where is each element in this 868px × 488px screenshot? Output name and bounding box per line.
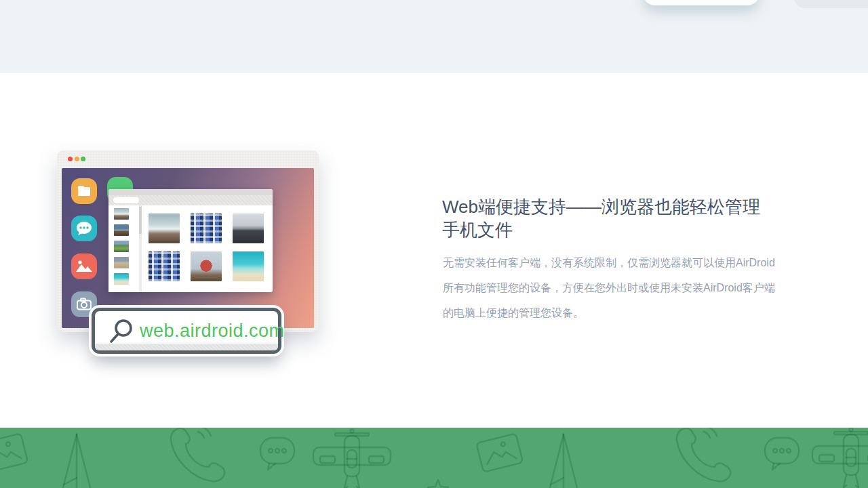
photo-dark-beach [233,214,264,243]
feature-body-line3: 的电脑上便捷的管理您设备。 [443,300,775,325]
thumbnail-sidebar [108,205,139,292]
url-search-bar: web.airdroid.com [92,308,281,354]
scrollbar[interactable] [139,205,142,292]
airplane-icon [811,428,868,488]
photo-binocular-viewer [191,251,222,281]
thumbnail-sea [114,273,129,285]
file-window-searchbox [113,197,139,203]
file-window-toolbar [108,195,273,205]
feature-body: 无需安装任何客户端，没有系统限制，仅需浏览器就可以使用AirDroid 所有功能… [443,250,775,325]
thumbnail-cliff [114,241,129,252]
thumbnail-sand [114,257,129,268]
feature-heading: Web端便捷支持——浏览器也能轻松管理 手机文件 [442,195,760,241]
url-text: web.airdroid.com [140,321,285,342]
photo-grid [142,205,273,292]
thumbnail-wave [114,208,129,220]
chat-icon [71,216,97,241]
chat-bubble-icon [764,436,802,472]
photo-icon [0,431,31,476]
cutoff-button-gray[interactable] [793,0,868,8]
traffic-light-yellow-icon [75,157,79,161]
file-window-titlebar [108,189,273,195]
photo-icon [474,431,526,476]
cutoff-button-light[interactable] [643,0,760,5]
phone-icon [673,428,717,475]
photo-beach-chairs [191,214,222,243]
photo-beach-chairs-2 [149,251,180,281]
traffic-light-green-icon [81,157,85,161]
magnifier-icon [108,319,134,346]
browser-mockup [57,150,319,332]
photo-turquoise-sea [233,251,264,281]
chat-bubble-icon [259,436,297,472]
feature-body-line2: 所有功能管理您的设备，方便在您外出时或使用未安装AirDroid客户端 [443,275,775,300]
photos-icon [71,253,97,279]
feature-heading-line1: Web端便捷支持——浏览器也能轻松管理 [442,195,760,218]
paper-plane-icon [57,433,96,488]
footer-band [0,428,868,488]
thumbnail-shore [114,224,129,236]
feature-body-line1: 无需安装任何客户端，没有系统限制，仅需浏览器就可以使用AirDroid [443,250,775,275]
browser-screen [62,168,314,328]
photo-wave [149,214,180,243]
file-manager-window [108,189,273,292]
folder-icon [71,178,97,204]
star-icon [425,478,452,488]
airplane-icon [312,428,393,488]
phone-icon [167,428,212,475]
paper-plane-icon [544,433,583,488]
feature-heading-line2: 手机文件 [442,218,760,241]
traffic-light-red-icon [68,157,73,161]
top-band [0,0,868,73]
